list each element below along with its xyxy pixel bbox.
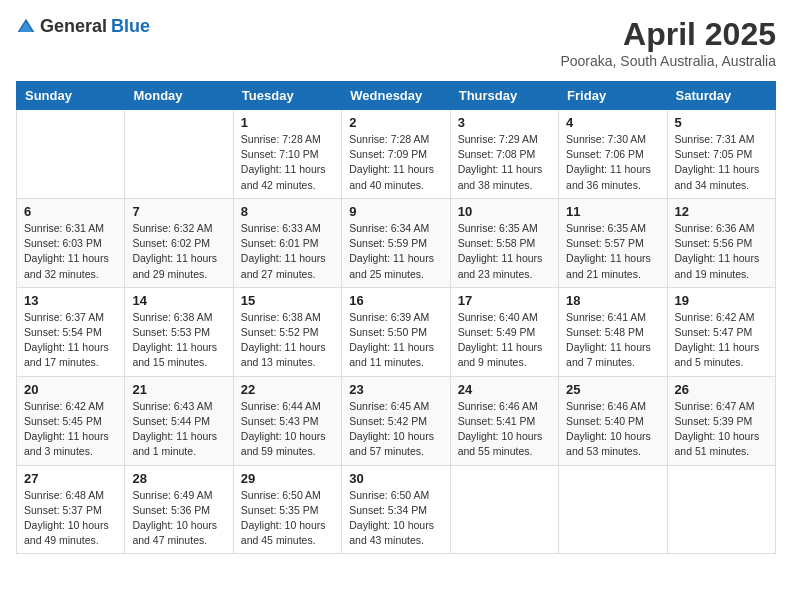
day-number: 28 (132, 471, 225, 486)
calendar-cell: 8Sunrise: 6:33 AM Sunset: 6:01 PM Daylig… (233, 198, 341, 287)
day-number: 19 (675, 293, 768, 308)
day-info: Sunrise: 7:30 AM Sunset: 7:06 PM Dayligh… (566, 132, 659, 193)
day-info: Sunrise: 6:38 AM Sunset: 5:52 PM Dayligh… (241, 310, 334, 371)
calendar-cell: 7Sunrise: 6:32 AM Sunset: 6:02 PM Daylig… (125, 198, 233, 287)
day-number: 24 (458, 382, 551, 397)
day-info: Sunrise: 6:35 AM Sunset: 5:57 PM Dayligh… (566, 221, 659, 282)
day-number: 29 (241, 471, 334, 486)
day-number: 23 (349, 382, 442, 397)
calendar-cell: 17Sunrise: 6:40 AM Sunset: 5:49 PM Dayli… (450, 287, 558, 376)
day-info: Sunrise: 6:43 AM Sunset: 5:44 PM Dayligh… (132, 399, 225, 460)
calendar-cell: 11Sunrise: 6:35 AM Sunset: 5:57 PM Dayli… (559, 198, 667, 287)
day-info: Sunrise: 6:34 AM Sunset: 5:59 PM Dayligh… (349, 221, 442, 282)
day-info: Sunrise: 6:42 AM Sunset: 5:45 PM Dayligh… (24, 399, 117, 460)
logo: GeneralBlue (16, 16, 150, 37)
day-info: Sunrise: 6:46 AM Sunset: 5:41 PM Dayligh… (458, 399, 551, 460)
day-info: Sunrise: 6:50 AM Sunset: 5:35 PM Dayligh… (241, 488, 334, 549)
logo-general: General (40, 16, 107, 37)
day-number: 16 (349, 293, 442, 308)
calendar-cell (667, 465, 775, 554)
day-info: Sunrise: 6:45 AM Sunset: 5:42 PM Dayligh… (349, 399, 442, 460)
day-number: 26 (675, 382, 768, 397)
day-info: Sunrise: 6:41 AM Sunset: 5:48 PM Dayligh… (566, 310, 659, 371)
calendar-cell (559, 465, 667, 554)
weekday-header-sunday: Sunday (17, 82, 125, 110)
day-info: Sunrise: 6:49 AM Sunset: 5:36 PM Dayligh… (132, 488, 225, 549)
calendar-cell: 14Sunrise: 6:38 AM Sunset: 5:53 PM Dayli… (125, 287, 233, 376)
calendar-cell: 6Sunrise: 6:31 AM Sunset: 6:03 PM Daylig… (17, 198, 125, 287)
calendar-cell: 13Sunrise: 6:37 AM Sunset: 5:54 PM Dayli… (17, 287, 125, 376)
calendar-cell: 19Sunrise: 6:42 AM Sunset: 5:47 PM Dayli… (667, 287, 775, 376)
day-info: Sunrise: 7:31 AM Sunset: 7:05 PM Dayligh… (675, 132, 768, 193)
calendar-cell: 20Sunrise: 6:42 AM Sunset: 5:45 PM Dayli… (17, 376, 125, 465)
day-info: Sunrise: 7:29 AM Sunset: 7:08 PM Dayligh… (458, 132, 551, 193)
weekday-header-tuesday: Tuesday (233, 82, 341, 110)
calendar-cell: 9Sunrise: 6:34 AM Sunset: 5:59 PM Daylig… (342, 198, 450, 287)
calendar-cell: 15Sunrise: 6:38 AM Sunset: 5:52 PM Dayli… (233, 287, 341, 376)
day-number: 11 (566, 204, 659, 219)
calendar-cell: 12Sunrise: 6:36 AM Sunset: 5:56 PM Dayli… (667, 198, 775, 287)
week-row-3: 13Sunrise: 6:37 AM Sunset: 5:54 PM Dayli… (17, 287, 776, 376)
calendar-cell: 2Sunrise: 7:28 AM Sunset: 7:09 PM Daylig… (342, 110, 450, 199)
calendar-cell: 28Sunrise: 6:49 AM Sunset: 5:36 PM Dayli… (125, 465, 233, 554)
day-number: 8 (241, 204, 334, 219)
title-area: April 2025 Pooraka, South Australia, Aus… (560, 16, 776, 69)
day-info: Sunrise: 6:47 AM Sunset: 5:39 PM Dayligh… (675, 399, 768, 460)
day-info: Sunrise: 6:31 AM Sunset: 6:03 PM Dayligh… (24, 221, 117, 282)
calendar-cell: 27Sunrise: 6:48 AM Sunset: 5:37 PM Dayli… (17, 465, 125, 554)
day-number: 18 (566, 293, 659, 308)
day-number: 1 (241, 115, 334, 130)
calendar-cell: 23Sunrise: 6:45 AM Sunset: 5:42 PM Dayli… (342, 376, 450, 465)
weekday-header-monday: Monday (125, 82, 233, 110)
day-info: Sunrise: 6:32 AM Sunset: 6:02 PM Dayligh… (132, 221, 225, 282)
day-number: 22 (241, 382, 334, 397)
location: Pooraka, South Australia, Australia (560, 53, 776, 69)
day-number: 5 (675, 115, 768, 130)
calendar-cell (125, 110, 233, 199)
calendar-cell: 25Sunrise: 6:46 AM Sunset: 5:40 PM Dayli… (559, 376, 667, 465)
calendar-cell: 30Sunrise: 6:50 AM Sunset: 5:34 PM Dayli… (342, 465, 450, 554)
day-info: Sunrise: 6:35 AM Sunset: 5:58 PM Dayligh… (458, 221, 551, 282)
weekday-header-friday: Friday (559, 82, 667, 110)
day-number: 7 (132, 204, 225, 219)
calendar-cell: 10Sunrise: 6:35 AM Sunset: 5:58 PM Dayli… (450, 198, 558, 287)
day-number: 14 (132, 293, 225, 308)
week-row-4: 20Sunrise: 6:42 AM Sunset: 5:45 PM Dayli… (17, 376, 776, 465)
page-header: GeneralBlue April 2025 Pooraka, South Au… (16, 16, 776, 69)
calendar-cell: 3Sunrise: 7:29 AM Sunset: 7:08 PM Daylig… (450, 110, 558, 199)
calendar-cell: 1Sunrise: 7:28 AM Sunset: 7:10 PM Daylig… (233, 110, 341, 199)
month-year: April 2025 (560, 16, 776, 53)
day-info: Sunrise: 6:50 AM Sunset: 5:34 PM Dayligh… (349, 488, 442, 549)
day-number: 9 (349, 204, 442, 219)
day-number: 3 (458, 115, 551, 130)
day-info: Sunrise: 6:37 AM Sunset: 5:54 PM Dayligh… (24, 310, 117, 371)
day-info: Sunrise: 7:28 AM Sunset: 7:10 PM Dayligh… (241, 132, 334, 193)
day-number: 13 (24, 293, 117, 308)
day-number: 6 (24, 204, 117, 219)
day-info: Sunrise: 6:42 AM Sunset: 5:47 PM Dayligh… (675, 310, 768, 371)
day-number: 2 (349, 115, 442, 130)
day-info: Sunrise: 6:46 AM Sunset: 5:40 PM Dayligh… (566, 399, 659, 460)
calendar-cell: 18Sunrise: 6:41 AM Sunset: 5:48 PM Dayli… (559, 287, 667, 376)
day-info: Sunrise: 6:33 AM Sunset: 6:01 PM Dayligh… (241, 221, 334, 282)
calendar-cell (450, 465, 558, 554)
calendar-cell: 26Sunrise: 6:47 AM Sunset: 5:39 PM Dayli… (667, 376, 775, 465)
week-row-5: 27Sunrise: 6:48 AM Sunset: 5:37 PM Dayli… (17, 465, 776, 554)
calendar-cell (17, 110, 125, 199)
day-info: Sunrise: 6:36 AM Sunset: 5:56 PM Dayligh… (675, 221, 768, 282)
calendar-cell: 21Sunrise: 6:43 AM Sunset: 5:44 PM Dayli… (125, 376, 233, 465)
day-number: 30 (349, 471, 442, 486)
logo-blue: Blue (111, 16, 150, 37)
day-number: 4 (566, 115, 659, 130)
week-row-1: 1Sunrise: 7:28 AM Sunset: 7:10 PM Daylig… (17, 110, 776, 199)
day-number: 20 (24, 382, 117, 397)
day-info: Sunrise: 6:39 AM Sunset: 5:50 PM Dayligh… (349, 310, 442, 371)
day-info: Sunrise: 6:40 AM Sunset: 5:49 PM Dayligh… (458, 310, 551, 371)
day-info: Sunrise: 7:28 AM Sunset: 7:09 PM Dayligh… (349, 132, 442, 193)
day-number: 27 (24, 471, 117, 486)
calendar-cell: 16Sunrise: 6:39 AM Sunset: 5:50 PM Dayli… (342, 287, 450, 376)
weekday-header-wednesday: Wednesday (342, 82, 450, 110)
day-number: 15 (241, 293, 334, 308)
day-number: 21 (132, 382, 225, 397)
day-info: Sunrise: 6:44 AM Sunset: 5:43 PM Dayligh… (241, 399, 334, 460)
